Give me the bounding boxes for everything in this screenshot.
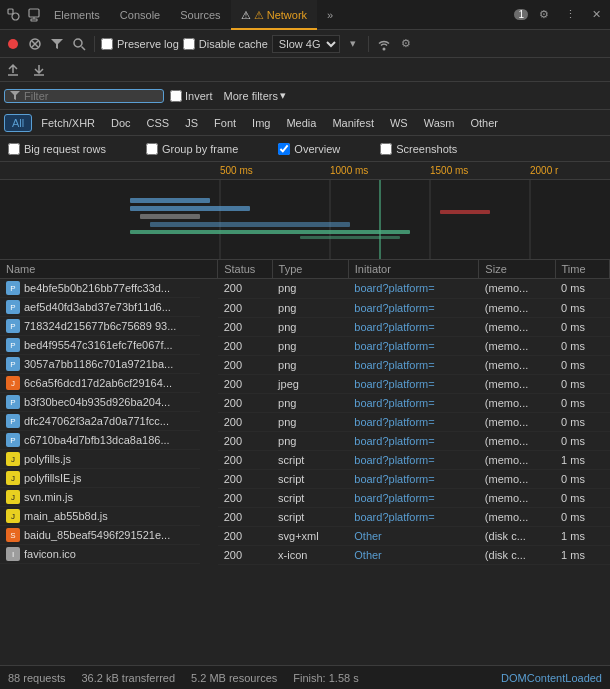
type-btn-wasm[interactable]: Wasm [417,115,462,131]
close-btn[interactable]: ✕ [586,5,606,25]
initiator-link[interactable]: board?platform= [354,416,434,428]
cell-status: 200 [218,507,272,526]
initiator-link[interactable]: board?platform= [354,359,434,371]
table-row[interactable]: P b3f30bec04b935d926ba204... 200 png boa… [0,393,610,412]
download-btn[interactable] [30,61,48,79]
col-header-time[interactable]: Time [555,260,609,279]
inspect-icon[interactable] [4,5,24,25]
cell-name: P aef5d40fd3abd37e73bf11d6... [0,298,200,317]
cell-size: (memo... [479,469,555,488]
cell-name: J polyfills.js [0,450,200,469]
table-row[interactable]: P dfc247062f3a2a7d0a771fcc... 200 png bo… [0,412,610,431]
svg-rect-3 [31,19,37,21]
cell-type: svg+xml [272,526,348,545]
col-header-initiator[interactable]: Initiator [348,260,479,279]
cell-size: (memo... [479,488,555,507]
record-btn[interactable] [4,35,22,53]
initiator-link[interactable]: board?platform= [354,302,434,314]
clear-btn[interactable] [26,35,44,53]
col-header-name[interactable]: Name [0,260,218,279]
file-type-icon: P [6,357,20,371]
initiator-link[interactable]: board?platform= [354,321,434,333]
type-btn-doc[interactable]: Doc [104,115,138,131]
cell-initiator: board?platform= [348,431,479,450]
search-toggle-btn[interactable] [70,35,88,53]
table-row[interactable]: S baidu_85beaf5496f291521e... 200 svg+xm… [0,526,610,545]
upload-btn[interactable] [4,61,22,79]
table-row[interactable]: I favicon.ico 200 x-icon Other (disk c..… [0,545,610,564]
type-btn-media[interactable]: Media [279,115,323,131]
type-btn-manifest[interactable]: Manifest [325,115,381,131]
table-row[interactable]: P bed4f95547c3161efc7fe067f... 200 png b… [0,336,610,355]
table-row[interactable]: J polyfillsIE.js 200 script board?platfo… [0,469,610,488]
network-settings-btn[interactable]: ⚙ [397,35,415,53]
cell-type: png [272,412,348,431]
settings-btn[interactable]: ⚙ [534,5,554,25]
cell-type: png [272,336,348,355]
preserve-log-checkbox[interactable]: Preserve log [101,38,179,50]
big-rows-checkbox[interactable]: Big request rows [8,143,106,155]
filter-toggle-btn[interactable] [48,35,66,53]
type-btn-ws[interactable]: WS [383,115,415,131]
type-btn-font[interactable]: Font [207,115,243,131]
type-btn-css[interactable]: CSS [140,115,177,131]
initiator-link[interactable]: board?platform= [354,397,434,409]
initiator-link[interactable]: board?platform= [354,454,434,466]
table-scroll[interactable]: Name Status Type Initiator Size Time P b… [0,260,610,665]
table-row[interactable]: J main_ab55b8d.js 200 script board?platf… [0,507,610,526]
table-row[interactable]: J svn.min.js 200 script board?platform= … [0,488,610,507]
type-btn-img[interactable]: Img [245,115,277,131]
initiator-link[interactable]: board?platform= [354,378,434,390]
cell-status: 200 [218,298,272,317]
initiator-link[interactable]: board?platform= [354,435,434,447]
initiator-link[interactable]: Other [354,530,382,542]
initiator-link[interactable]: Other [354,549,382,561]
filter-input[interactable] [24,90,144,102]
cell-time: 0 ms [555,488,609,507]
tab-elements[interactable]: Elements [44,0,110,30]
tab-console[interactable]: Console [110,0,170,30]
disable-cache-checkbox[interactable]: Disable cache [183,38,268,50]
type-btn-other[interactable]: Other [463,115,505,131]
device-icon[interactable] [24,5,44,25]
initiator-link[interactable]: board?platform= [354,511,434,523]
table-row[interactable]: P 3057a7bb1186c701a9721ba... 200 png boa… [0,355,610,374]
table-row[interactable]: P c6710ba4d7bfb13dca8a186... 200 png boa… [0,431,610,450]
cell-status: 200 [218,412,272,431]
more-filters-btn[interactable]: More filters ▾ [219,87,291,104]
cell-name: P bed4f95547c3161efc7fe067f... [0,336,200,355]
ellipsis-btn[interactable]: ⋮ [560,5,580,25]
cell-time: 0 ms [555,374,609,393]
type-btn-all[interactable]: All [4,114,32,132]
table-row[interactable]: P be4bfe5b0b216bb77effc33d... 200 png bo… [0,279,610,299]
initiator-link[interactable]: board?platform= [354,340,434,352]
col-header-size[interactable]: Size [479,260,555,279]
tab-sources[interactable]: Sources [170,0,230,30]
initiator-link[interactable]: board?platform= [354,473,434,485]
cell-status: 200 [218,450,272,469]
overview-checkbox[interactable]: Overview [278,143,340,155]
table-row[interactable]: J polyfills.js 200 script board?platform… [0,450,610,469]
cell-initiator: board?platform= [348,393,479,412]
initiator-link[interactable]: board?platform= [354,492,434,504]
invert-checkbox[interactable]: Invert [170,90,213,102]
throttle-select[interactable]: Slow 4G [272,35,340,53]
table-row[interactable]: P aef5d40fd3abd37e73bf11d6... 200 png bo… [0,298,610,317]
group-by-frame-checkbox[interactable]: Group by frame [146,143,238,155]
wifi-icon[interactable] [375,35,393,53]
type-btn-fetch[interactable]: Fetch/XHR [34,115,102,131]
table-row[interactable]: P 718324d215677b6c75689 93... 200 png bo… [0,317,610,336]
cell-time: 1 ms [555,526,609,545]
col-header-status[interactable]: Status [218,260,272,279]
cell-initiator: Other [348,545,479,564]
col-header-type[interactable]: Type [272,260,348,279]
throttle-dropdown-btn[interactable]: ▾ [344,35,362,53]
tab-network[interactable]: ⚠ ⚠ Network [231,0,317,30]
file-type-icon: P [6,300,20,314]
type-btn-js[interactable]: JS [178,115,205,131]
initiator-link[interactable]: board?platform= [354,282,434,294]
cell-time: 0 ms [555,355,609,374]
table-row[interactable]: J 6c6a5f6dcd17d2ab6cf29164... 200 jpeg b… [0,374,610,393]
tab-more[interactable]: » [317,0,343,30]
screenshots-checkbox[interactable]: Screenshots [380,143,457,155]
